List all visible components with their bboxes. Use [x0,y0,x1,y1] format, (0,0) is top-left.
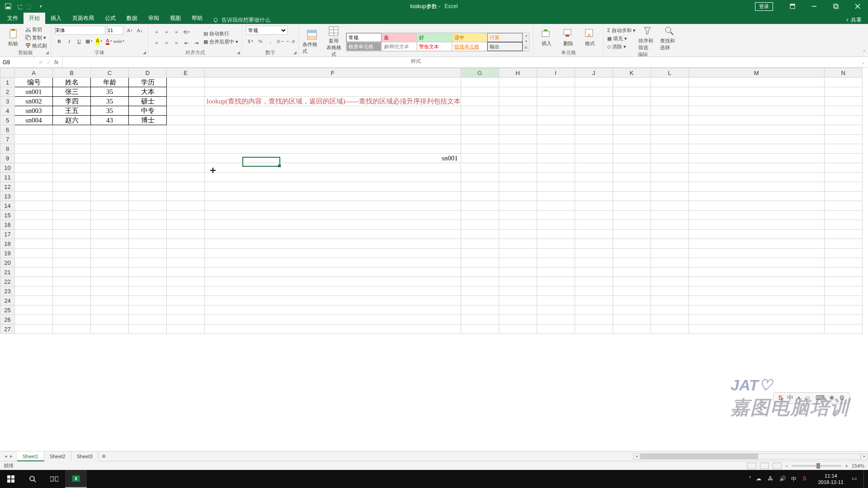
copy-button[interactable]: 复制 ▾ [25,34,47,41]
scroll-right-icon[interactable]: ▸ [861,453,868,460]
cell-D25[interactable] [129,305,167,315]
cell-N9[interactable] [824,154,862,163]
cell-F8[interactable] [205,144,461,154]
format-as-table-button[interactable]: 套用 表格格式 [324,26,343,58]
cell-M2[interactable] [689,87,824,97]
cell-H7[interactable] [499,135,537,144]
cell-I1[interactable] [537,78,575,87]
cell-F2[interactable] [205,87,461,97]
zoom-level[interactable]: 154% [852,463,864,469]
cell-G27[interactable] [461,324,499,334]
cell-E25[interactable] [167,305,205,315]
cell-G23[interactable] [461,286,499,296]
cell-E7[interactable] [167,135,205,144]
ime-item-0[interactable]: 中 [787,394,793,402]
cell-D24[interactable] [129,296,167,305]
cell-L9[interactable] [651,154,689,163]
increase-font-icon[interactable]: A↑ [125,26,134,35]
cell-L8[interactable] [651,144,689,154]
sheet-nav-first-icon[interactable]: ◂ [5,453,7,459]
cell-J27[interactable] [575,324,613,334]
column-header-D[interactable]: D [129,68,167,78]
cell-C13[interactable] [91,192,129,201]
cell-H10[interactable] [499,163,537,173]
cell-E23[interactable] [167,286,205,296]
cell-G1[interactable] [461,78,499,87]
cell-I5[interactable] [537,116,575,125]
number-format-select[interactable]: 常规 [246,26,288,35]
cell-B24[interactable] [53,296,91,305]
cell-N1[interactable] [824,78,862,87]
row-header-6[interactable]: 6 [0,125,15,135]
cell-C15[interactable] [91,211,129,220]
expand-formula-bar-icon[interactable]: ⌄ [859,57,868,67]
ime-item-5[interactable]: ⚙ [839,394,845,402]
cell-H23[interactable] [499,286,537,296]
comma-format-icon[interactable]: , [266,37,275,46]
cell-G13[interactable] [461,192,499,201]
cell-J6[interactable] [575,125,613,135]
row-header-15[interactable]: 15 [0,211,15,220]
column-header-I[interactable]: I [537,68,575,78]
row-header-2[interactable]: 2 [0,87,15,97]
sheet-tab-1[interactable]: Sheet1 [17,451,44,461]
cell-F10[interactable] [205,163,461,173]
cell-H4[interactable] [499,106,537,116]
cell-I12[interactable] [537,182,575,192]
cell-E9[interactable] [167,154,205,163]
cell-D21[interactable] [129,267,167,277]
tray-volume-icon[interactable]: 🔊 [779,475,787,483]
cell-B2[interactable]: 张三 [53,87,91,97]
cell-A25[interactable] [15,305,53,315]
cell-D10[interactable] [129,163,167,173]
cell-F6[interactable] [205,125,461,135]
cell-F17[interactable] [205,230,461,239]
cell-E22[interactable] [167,277,205,286]
cell-K23[interactable] [613,286,651,296]
cell-C20[interactable] [91,258,129,267]
cell-I7[interactable] [537,135,575,144]
cell-D20[interactable] [129,258,167,267]
cell-A12[interactable] [15,182,53,192]
cell-H16[interactable] [499,220,537,230]
taskbar-excel[interactable]: X [65,470,87,488]
cell-J5[interactable] [575,116,613,125]
cell-M22[interactable] [689,277,824,286]
cell-D16[interactable] [129,220,167,230]
cell-C18[interactable] [91,239,129,249]
cell-L25[interactable] [651,305,689,315]
column-header-J[interactable]: J [575,68,613,78]
view-page-break-icon[interactable] [773,463,782,469]
cell-B13[interactable] [53,192,91,201]
cell-B21[interactable] [53,267,91,277]
cell-A21[interactable] [15,267,53,277]
cell-G20[interactable] [461,258,499,267]
cell-J9[interactable] [575,154,613,163]
cell-L22[interactable] [651,277,689,286]
cell-M25[interactable] [689,305,824,315]
row-header-12[interactable]: 12 [0,182,15,192]
ime-toolbar[interactable]: S中•☺⌨❀⚙ [773,392,850,404]
cell-K16[interactable] [613,220,651,230]
row-header-4[interactable]: 4 [0,106,15,116]
cell-F23[interactable] [205,286,461,296]
cell-D5[interactable]: 博士 [129,116,167,125]
cell-D22[interactable] [129,277,167,286]
cell-E10[interactable] [167,163,205,173]
cell-I19[interactable] [537,249,575,258]
cell-G12[interactable] [461,182,499,192]
cell-N27[interactable] [824,324,862,334]
cell-N3[interactable] [824,97,862,106]
style-计算[interactable]: 计算 [487,33,523,42]
cell-M16[interactable] [689,220,824,230]
style-好[interactable]: 好 [417,33,452,42]
cell-M21[interactable] [689,267,824,277]
tray-onedrive-icon[interactable]: ☁ [756,475,763,483]
cell-I21[interactable] [537,267,575,277]
cell-L3[interactable] [651,97,689,106]
cell-L26[interactable] [651,315,689,324]
cell-A23[interactable] [15,286,53,296]
cell-M17[interactable] [689,230,824,239]
cell-L5[interactable] [651,116,689,125]
style-输出[interactable]: 输出 [487,42,523,51]
